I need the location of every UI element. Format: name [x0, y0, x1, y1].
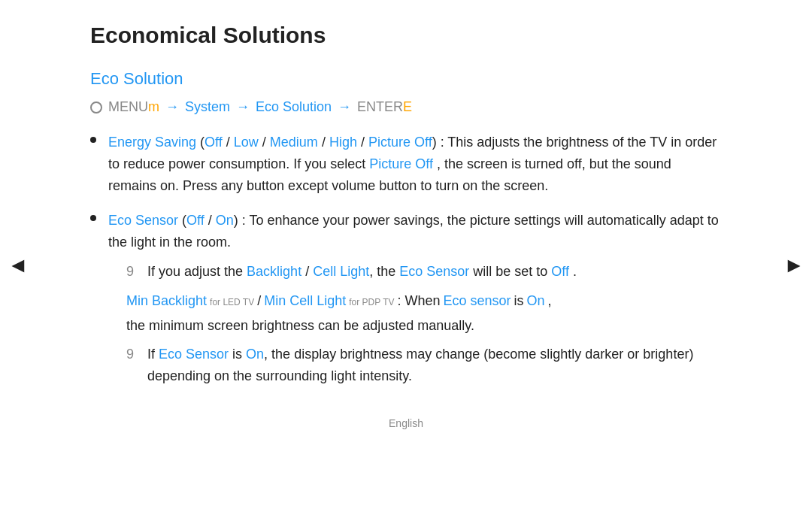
off-ref1: Off [551, 264, 569, 279]
subnote-1: 9 If you adjust the Backlight / Cell Lig… [126, 261, 722, 283]
prev-arrow[interactable]: ◄ [8, 253, 29, 277]
for-led-label: for LED TV [210, 295, 254, 310]
nav-enter-e: E [403, 99, 412, 114]
subnote-2: 9 If Eco Sensor is On, the display brigh… [126, 344, 722, 387]
subnote-2-num: 9 [126, 344, 147, 365]
backlight-link: Backlight [247, 264, 301, 279]
nav-arrow-3: → [338, 99, 351, 115]
nav-enter-text: ENTERE [357, 99, 412, 115]
bullet-content-energy-saving: Energy Saving (Off / Low / Medium / High… [108, 132, 722, 196]
on-ref2: On [246, 347, 264, 362]
nav-arrow-2: → [236, 99, 250, 115]
nav-arrow-1: → [165, 99, 179, 115]
picture-off-inline: Picture Off [369, 156, 433, 171]
eco-sensor-ref1: Eco Sensor [399, 264, 469, 279]
bullet-list: Energy Saving (Off / Low / Medium / High… [90, 132, 722, 395]
nav-menu-text: MENUm [108, 99, 159, 115]
energy-saving-label: Energy Saving [108, 135, 196, 150]
nav-path: MENUm → System → Eco Solution → ENTERE [90, 99, 722, 115]
min-cell-light-label: Min Cell Light [264, 290, 346, 312]
bullet-eco-sensor: Eco Sensor (Off / On) : To enhance your … [90, 210, 722, 395]
eco-sensor-ref2: Eco sensor [444, 290, 511, 312]
comma-text: , [548, 290, 552, 312]
subnote-2-text: If Eco Sensor is On, the display brightn… [147, 344, 722, 387]
eco-sensor-label: Eco Sensor [108, 213, 178, 228]
for-pdp-label: for PDP TV [349, 295, 394, 310]
nav-circle-icon [90, 101, 102, 114]
section-title: Eco Solution [90, 69, 722, 89]
energy-saving-options: (Off / Low / Medium / High / Picture Off… [200, 135, 437, 150]
nav-menu-m: m [148, 99, 159, 114]
bullet-energy-saving: Energy Saving (Off / Low / Medium / High… [90, 132, 722, 196]
min-desc-text: the minimum screen brightness can be adj… [126, 315, 474, 337]
next-arrow[interactable]: ► [783, 253, 804, 277]
min-backlight-row: Min Backlight for LED TV / Min Cell Ligh… [126, 290, 722, 337]
nav-eco-solution: Eco Solution [256, 99, 332, 115]
bullet-dot-2 [90, 215, 96, 221]
page-footer: English [90, 417, 722, 429]
subnote-1-num: 9 [126, 261, 147, 283]
page-title: Economical Solutions [90, 23, 722, 48]
min-backlight-label: Min Backlight [126, 290, 207, 312]
eco-sensor-options: (Off / On) [182, 213, 238, 228]
min-slash: / [257, 290, 261, 312]
bullet-dot-1 [90, 137, 96, 143]
nav-system: System [185, 99, 230, 115]
subnote-1-text: If you adjust the Backlight / Cell Light… [147, 261, 722, 283]
when-text: : When [398, 290, 441, 312]
bullet-content-eco-sensor: Eco Sensor (Off / On) : To enhance your … [108, 210, 722, 395]
is-text: is [514, 290, 524, 312]
on-ref1: On [527, 290, 545, 312]
eco-sensor-ref3: Eco Sensor [159, 347, 229, 362]
cell-light-link: Cell Light [313, 264, 369, 279]
